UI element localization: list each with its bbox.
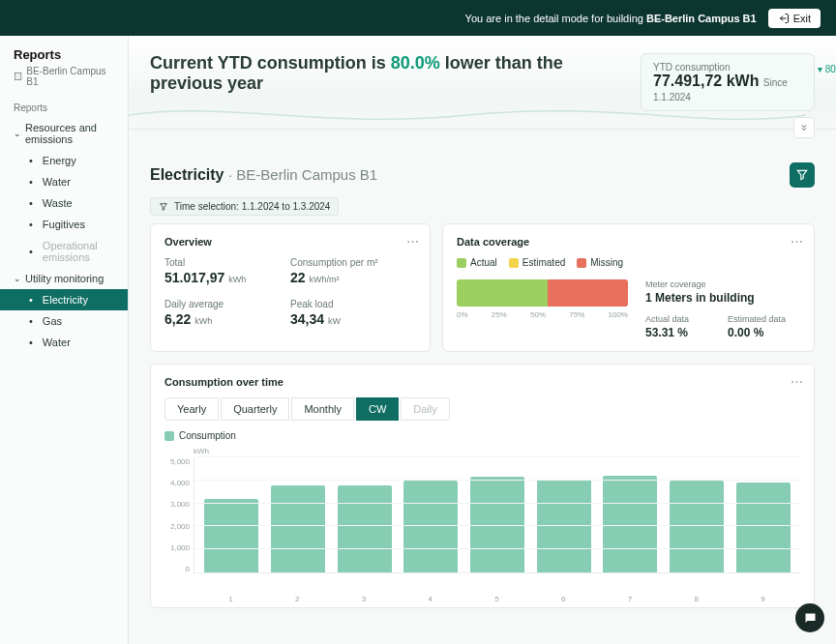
section-subtitle-text: BE-Berlin Campus B1 (236, 166, 377, 183)
estimated-data-label: Estimated data (728, 314, 800, 324)
coverage-menu[interactable]: ⋯ (791, 234, 804, 249)
sidebar-item-label: Fugitives (43, 219, 85, 230)
chevron-down-icon: ⌄ (14, 274, 21, 283)
coverage-tick: 25% (492, 310, 507, 319)
chart-x-axis: 123456789 (164, 593, 800, 603)
tab-monthly[interactable]: Monthly (291, 397, 354, 421)
chart-legend: Consumption (164, 430, 800, 441)
filter-button[interactable] (790, 162, 815, 188)
topbar-prefix: You are in the detail mode for building (465, 13, 646, 24)
y-tick: 4,000 (164, 479, 190, 487)
tab-yearly[interactable]: Yearly (164, 397, 219, 421)
hero: Current YTD consumption is 80.0% lower t… (129, 36, 836, 130)
sidebar-title: Reports (0, 45, 128, 64)
section-subtitle: · BE-Berlin Campus B1 (228, 166, 377, 183)
ytd-delta: ▾ 80.0% (818, 64, 836, 74)
actual-data-label: Actual data (645, 314, 718, 324)
overview-menu[interactable]: ⋯ (406, 234, 420, 249)
x-tick: 2 (295, 595, 299, 603)
bar (271, 485, 325, 572)
legend-label: Estimated (522, 257, 565, 268)
topbar-building: BE-Berlin Campus B1 (646, 13, 757, 24)
sidebar-item-label: Operational emissions (43, 240, 114, 263)
hero-prefix: Current YTD consumption is (150, 53, 391, 73)
meter-coverage-value: 1 Meters in building (645, 291, 800, 305)
chip-label: Time selection: 1.1.2024 to 1.3.2024 (174, 201, 330, 212)
overview-stat: Daily average6,22 kWh (164, 299, 290, 327)
bar (736, 483, 791, 572)
grid-line (194, 503, 800, 504)
exit-button[interactable]: Exit (768, 9, 821, 28)
sidebar-item-waste[interactable]: Waste (0, 192, 128, 214)
y-tick: 1,000 (164, 543, 190, 552)
sidebar-group-label: Resources and emissions (25, 122, 114, 145)
ytd-amount: 77.491,72 kWh (653, 73, 759, 89)
breadcrumb-text: BE-Berlin Campus B1 (26, 66, 114, 87)
ytd-since-date: 1.1.2024 (653, 92, 802, 102)
stat-value: 22 kWh/m² (290, 270, 416, 285)
chart-menu[interactable]: ⋯ (791, 374, 804, 389)
chat-button[interactable] (795, 603, 824, 632)
legend-swatch (509, 258, 519, 268)
chart-plot (194, 457, 800, 573)
chart-legend-label: Consumption (179, 430, 236, 441)
topbar-context: You are in the detail mode for building … (465, 13, 757, 24)
time-selection-chip[interactable]: Time selection: 1.1.2024 to 1.3.2024 (150, 197, 339, 216)
legend-item: Missing (577, 257, 623, 268)
legend-swatch (577, 258, 586, 268)
chevron-down-icon: ⌄ (14, 129, 21, 138)
svg-rect-0 (15, 73, 21, 80)
legend-label: Missing (590, 257, 623, 268)
sidebar-item-fugitives[interactable]: Fugitives (0, 214, 128, 235)
chat-icon (803, 611, 818, 626)
coverage-tick: 50% (530, 310, 546, 319)
coverage-tick: 0% (457, 310, 468, 319)
exit-label: Exit (793, 13, 811, 24)
sidebar-item-label: Energy (43, 155, 76, 166)
sidebar-tree: ⌄Resources and emissionsEnergyWaterWaste… (0, 117, 128, 353)
stat-label: Consumption per m² (290, 257, 416, 268)
filter-small-icon (159, 202, 168, 212)
sidebar-item-gas[interactable]: Gas (0, 310, 128, 332)
actual-data-value: 53.31 % (645, 326, 718, 339)
coverage-segment (457, 279, 548, 307)
ytd-card: YTD consumption 77.491,72 kWh Since 1.1.… (641, 53, 815, 111)
coverage-stats: Meter coverage 1 Meters in building Actu… (645, 279, 800, 339)
sidebar-item-water[interactable]: Water (0, 332, 128, 353)
ytd-value: 77.491,72 kWh Since (653, 73, 802, 90)
stat-value: 6,22 kWh (164, 311, 290, 327)
overview-title: Overview (164, 236, 416, 248)
y-tick: 5,000 (164, 457, 190, 466)
breadcrumb[interactable]: BE-Berlin Campus B1 (0, 64, 128, 97)
sidebar-group-label: Utility monitoring (25, 273, 104, 284)
x-tick: 8 (695, 595, 699, 603)
bar (403, 481, 458, 572)
y-tick: 0 (164, 565, 190, 573)
coverage-segment (548, 279, 628, 307)
coverage-bar-wrap: 0%25%50%75%100% (457, 279, 628, 339)
sidebar-group-res[interactable]: ⌄Resources and emissions (0, 117, 128, 150)
estimated-data-value: 0.00 % (728, 326, 800, 339)
sidebar-item-water[interactable]: Water (0, 171, 128, 192)
expand-button[interactable] (793, 117, 815, 138)
sidebar-item-energy[interactable]: Energy (0, 150, 128, 171)
chart-ylabel: kWh (194, 447, 800, 455)
y-tick: 3,000 (164, 500, 190, 509)
x-tick: 7 (628, 595, 632, 603)
bar (204, 499, 258, 572)
topbar: You are in the detail mode for building … (0, 0, 836, 36)
ytd-label: YTD consumption (653, 62, 802, 73)
grid-line (194, 480, 800, 481)
meter-coverage-label: Meter coverage (645, 279, 800, 289)
tab-quarterly[interactable]: Quarterly (221, 397, 289, 421)
hero-percent: 80.0% (391, 53, 440, 73)
sidebar-item-electricity[interactable]: Electricity (0, 289, 128, 310)
chart-x-axis-inner: 123456789 (194, 593, 800, 603)
section-title: Electricity · BE-Berlin Campus B1 (150, 166, 377, 184)
coverage-card: Data coverage ⋯ ActualEstimatedMissing 0… (442, 223, 815, 352)
sidebar-group-util[interactable]: ⌄Utility monitoring (0, 268, 128, 289)
tab-cw[interactable]: CW (356, 397, 399, 421)
legend-label: Actual (470, 257, 497, 268)
chart-legend-swatch (164, 431, 174, 441)
coverage-tick: 100% (608, 310, 627, 319)
